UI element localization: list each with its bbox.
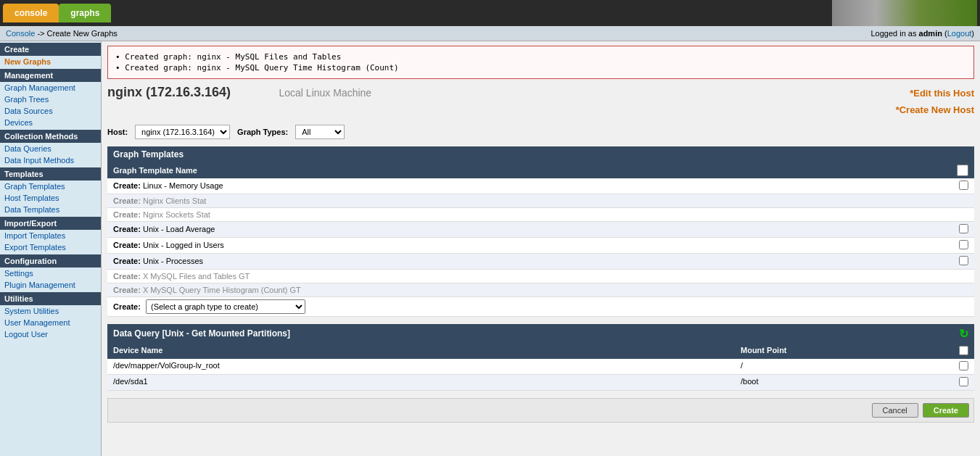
host-title: nginx (172.16.3.164) (107, 85, 234, 99)
sidebar-section-collection: Collection Methods (0, 130, 101, 143)
graph-types-label: Graph Types: (237, 128, 288, 136)
sidebar-item-devices[interactable]: Devices (0, 117, 101, 128)
host-actions: *Edit this Host *Create New Host (896, 85, 974, 119)
host-select[interactable]: nginx (172.16.3.164) (135, 125, 230, 139)
row-create-label-muted: Create: X MySQL Files and Tables GT (107, 269, 952, 283)
sidebar-item-data-queries[interactable]: Data Queries (0, 143, 101, 154)
login-prefix: Logged in as (870, 29, 916, 38)
create-host-link[interactable]: *Create New Host (896, 104, 974, 115)
sidebar-item-graph-templates[interactable]: Graph Templates (0, 181, 101, 192)
graph-templates-table: Create: Linux - Memory Usage Create: Ngi… (107, 178, 974, 317)
graph-template-col-header: Graph Template Name (107, 162, 974, 178)
row-create-label: Create: Unix - Processes (107, 253, 952, 269)
row-checkbox[interactable] (959, 224, 968, 233)
graphs-tab[interactable]: graphs (59, 4, 111, 22)
mount-point-cell: /boot (735, 375, 952, 390)
table-row: Create: Unix - Load Average (107, 221, 974, 237)
table-row: Create: Linux - Memory Usage (107, 178, 974, 194)
refresh-icon[interactable]: ↻ (959, 327, 968, 341)
row-checkbox-cell-empty (952, 269, 974, 283)
sidebar-item-user-management[interactable]: User Management (0, 317, 101, 328)
create-button[interactable]: Create (923, 403, 969, 418)
sidebar-section-management: Management (0, 69, 101, 82)
sidebar-item-system-utilities[interactable]: System Utilities (0, 305, 101, 317)
dq-row-checkbox[interactable] (959, 377, 968, 386)
sidebar-item-data-templates[interactable]: Data Templates (0, 204, 101, 215)
sidebar-section-templates: Templates (0, 167, 101, 181)
table-row-select: Create: (Select a graph type to create) (107, 297, 974, 316)
row-checkbox[interactable] (959, 240, 968, 249)
row-create-select: Create: (Select a graph type to create) (107, 297, 952, 316)
row-create-label: Create: Linux - Memory Usage (107, 178, 952, 194)
host-info-actions: nginx (172.16.3.164) Local Linux Machine… (107, 85, 974, 119)
device-name-cell: /dev/mapper/VolGroup-lv_root (107, 359, 735, 374)
flash-message-1: Created graph: nginx - MySQL Query Time … (115, 63, 966, 72)
sidebar-item-settings[interactable]: Settings (0, 268, 101, 279)
graph-templates-section-header: Graph Templates (107, 146, 974, 162)
mount-point-cell: / (735, 359, 952, 374)
console-tab[interactable]: console (3, 4, 59, 22)
device-name-cell: /dev/sda1 (107, 375, 735, 390)
sidebar-item-data-sources[interactable]: Data Sources (0, 105, 101, 117)
data-query-title: Data Query [Unix - Get Mounted Partition… (113, 328, 290, 339)
dq-row: /dev/sda1 /boot (107, 375, 974, 391)
graph-template-select-all-checkbox[interactable] (957, 165, 968, 176)
row-create-label-muted: Create: Nginx Clients Stat (107, 194, 952, 207)
main-layout: Create New Graphs Management Graph Manag… (0, 41, 980, 456)
sidebar-section-import-export: Import/Export (0, 217, 101, 230)
graph-types-select[interactable]: All Custom Default (295, 125, 345, 139)
username: admin (919, 29, 942, 38)
sidebar-item-import-templates[interactable]: Import Templates (0, 230, 101, 241)
dq-select-all-checkbox-cell (952, 344, 974, 359)
dq-row: /dev/mapper/VolGroup-lv_root / (107, 359, 974, 375)
flash-message-0: Created graph: nginx - MySQL Files and T… (115, 52, 966, 62)
console-link[interactable]: Console (6, 29, 35, 38)
sidebar-item-graph-management[interactable]: Graph Management (0, 82, 101, 94)
sidebar-item-data-input-methods[interactable]: Data Input Methods (0, 154, 101, 166)
data-query-section-header: Data Query [Unix - Get Mounted Partition… (107, 324, 974, 344)
row-checkbox-cell (952, 237, 974, 253)
host-header: nginx (172.16.3.164) Local Linux Machine (107, 85, 371, 100)
row-checkbox-cell (952, 178, 974, 194)
sidebar-item-host-templates[interactable]: Host Templates (0, 192, 101, 204)
breadcrumb-current: Create New Graphs (47, 29, 118, 38)
sidebar-item-new-graphs[interactable]: New Graphs (0, 56, 101, 67)
row-checkbox-cell-empty (952, 207, 974, 221)
table-row: Create: Nginx Clients Stat (107, 194, 974, 207)
row-checkbox[interactable] (959, 181, 968, 190)
row-checkbox-cell-empty (952, 283, 974, 297)
content-area: Created graph: nginx - MySQL Files and T… (102, 41, 980, 456)
logout-link[interactable]: Logout (947, 29, 972, 38)
dq-row-checkbox[interactable] (959, 361, 968, 370)
sidebar-item-plugin-management[interactable]: Plugin Management (0, 279, 101, 291)
table-row: Create: X MySQL Query Time Histogram (Co… (107, 283, 974, 297)
host-subtitle: Local Linux Machine (279, 87, 372, 99)
row-checkbox[interactable] (959, 256, 968, 265)
table-row: Create: Unix - Logged in Users (107, 237, 974, 253)
row-create-label: Create: Unix - Logged in Users (107, 237, 952, 253)
sidebar-item-export-templates[interactable]: Export Templates (0, 241, 101, 253)
sidebar-section-utilities: Utilities (0, 292, 101, 305)
table-row: Create: Unix - Processes (107, 253, 974, 269)
row-checkbox-cell-empty (952, 194, 974, 207)
sidebar-item-graph-trees[interactable]: Graph Trees (0, 94, 101, 105)
dq-row-checkbox-cell (952, 375, 974, 390)
dq-select-all-checkbox[interactable] (959, 346, 968, 355)
flash-messages: Created graph: nginx - MySQL Files and T… (107, 46, 974, 79)
sidebar-section-config: Configuration (0, 254, 101, 268)
row-checkbox-cell (952, 253, 974, 269)
graph-type-create-select[interactable]: (Select a graph type to create) (146, 299, 305, 314)
filter-row: Host: nginx (172.16.3.164) Graph Types: … (107, 125, 974, 139)
breadcrumb-separator: -> (37, 29, 46, 38)
bottom-action-bar: Cancel Create (107, 398, 974, 423)
dq-row-checkbox-cell (952, 359, 974, 374)
row-select-checkbox-empty (952, 297, 974, 316)
host-label: Host: (107, 128, 128, 136)
device-name-col-header: Device Name (107, 344, 735, 359)
breadcrumb: Console -> Create New Graphs (6, 29, 118, 38)
sidebar: Create New Graphs Management Graph Manag… (0, 41, 102, 456)
edit-host-link[interactable]: *Edit this Host (910, 88, 974, 99)
row-create-label-muted: Create: X MySQL Query Time Histogram (Co… (107, 283, 952, 297)
sidebar-item-logout-user[interactable]: Logout User (0, 328, 101, 340)
cancel-button[interactable]: Cancel (872, 403, 918, 418)
